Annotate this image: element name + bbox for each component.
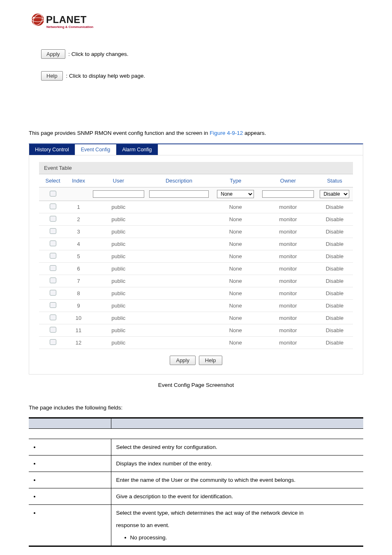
cell-description: [147, 337, 212, 349]
fields-header-object: [29, 418, 111, 429]
filter-row: None Disable: [39, 187, 353, 201]
table-row: 5publicNonemonitorDisable: [39, 250, 353, 263]
tab-history-control[interactable]: History Control: [29, 144, 75, 155]
cell-owner: monitor: [260, 226, 316, 238]
cell-type: None: [211, 226, 260, 238]
row-checkbox[interactable]: [50, 290, 56, 296]
cell-type: None: [211, 263, 260, 275]
filter-description-input[interactable]: [149, 190, 209, 198]
cell-status: Disable: [316, 324, 353, 337]
fields-header-desc: [111, 418, 363, 429]
cell-user: public: [90, 263, 146, 275]
cell-owner: monitor: [260, 213, 316, 226]
cell-status: Disable: [316, 201, 353, 213]
field-object-cell: [29, 472, 111, 488]
cell-user: public: [90, 238, 146, 250]
th-type: Type: [211, 174, 260, 187]
cell-owner: monitor: [260, 324, 316, 337]
cell-status: Disable: [316, 226, 353, 238]
cell-type: None: [211, 201, 260, 213]
figure-link[interactable]: Figure 4-9-12: [210, 130, 243, 136]
cell-index: 5: [67, 250, 90, 263]
cell-user: public: [90, 250, 146, 263]
help-desc: : Click to display help web page.: [66, 73, 145, 79]
row-checkbox[interactable]: [50, 278, 56, 283]
row-checkbox[interactable]: [50, 240, 56, 246]
fields-table: Select the desired entry for configurati…: [29, 417, 363, 547]
cell-index: 6: [67, 263, 90, 275]
row-checkbox[interactable]: [50, 204, 56, 209]
table-row: 10publicNonemonitorDisable: [39, 312, 353, 324]
apply-button[interactable]: Apply: [170, 356, 196, 365]
cell-index: 4: [67, 238, 90, 250]
cell-description: [147, 250, 212, 263]
cell-type: None: [211, 213, 260, 226]
cell-user: public: [90, 226, 146, 238]
row-checkbox[interactable]: [50, 265, 56, 271]
table-row: 6publicNonemonitorDisable: [39, 263, 353, 275]
cell-description: [147, 213, 212, 226]
cell-index: 8: [67, 287, 90, 300]
field-desc-cell: Give a description to the event for iden…: [111, 488, 363, 505]
th-select: Select: [39, 174, 67, 187]
filter-type-select[interactable]: None: [217, 190, 254, 198]
select-all-checkbox[interactable]: [50, 191, 56, 197]
cell-status: Disable: [316, 337, 353, 349]
cell-status: Disable: [316, 287, 353, 300]
row-checkbox[interactable]: [50, 327, 56, 333]
cell-user: public: [90, 337, 146, 349]
th-description: Description: [147, 174, 212, 187]
table-row: 4publicNonemonitorDisable: [39, 238, 353, 250]
cell-description: [147, 275, 212, 287]
cell-description: [147, 324, 212, 337]
row-checkbox[interactable]: [50, 314, 56, 320]
cell-description: [147, 312, 212, 324]
filter-status-select[interactable]: Disable: [320, 190, 349, 198]
row-checkbox[interactable]: [50, 228, 56, 234]
filter-user-input[interactable]: [93, 190, 144, 198]
cell-user: public: [90, 300, 146, 312]
logo-brand: PLANET: [46, 14, 87, 25]
filter-owner-input[interactable]: [262, 190, 314, 198]
cell-owner: monitor: [260, 201, 316, 213]
field-object-cell: [29, 505, 111, 546]
cell-user: public: [90, 213, 146, 226]
svg-point-3: [33, 17, 35, 18]
tab-event-config[interactable]: Event Config: [75, 144, 117, 155]
cell-user: public: [90, 324, 146, 337]
cell-status: Disable: [316, 238, 353, 250]
cell-type: None: [211, 250, 260, 263]
row-checkbox[interactable]: [50, 253, 56, 259]
cell-user: public: [90, 201, 146, 213]
field-desc-cell: Select the desired entry for configurati…: [111, 439, 363, 456]
tab-alarm-config[interactable]: Alarm Config: [116, 144, 158, 155]
cell-index: 9: [67, 300, 90, 312]
table-row: 7publicNonemonitorDisable: [39, 275, 353, 287]
cell-index: 12: [67, 337, 90, 349]
card-title: Event Table: [39, 162, 353, 174]
tabs-row: History Control Event Config Alarm Confi…: [29, 144, 363, 155]
cell-owner: monitor: [260, 250, 316, 263]
cell-owner: monitor: [260, 300, 316, 312]
cell-owner: monitor: [260, 263, 316, 275]
cell-owner: monitor: [260, 275, 316, 287]
cell-user: public: [90, 275, 146, 287]
cell-type: None: [211, 287, 260, 300]
cell-status: Disable: [316, 213, 353, 226]
apply-button-img: Apply: [41, 49, 65, 59]
row-checkbox[interactable]: [50, 339, 56, 345]
row-checkbox[interactable]: [50, 216, 56, 222]
field-object-cell: [29, 488, 111, 505]
table-row: 1publicNonemonitorDisable: [39, 201, 353, 213]
cell-status: Disable: [316, 300, 353, 312]
table-row: 3publicNonemonitorDisable: [39, 226, 353, 238]
row-checkbox[interactable]: [50, 302, 56, 308]
logo: PLANET Networking & Communication: [29, 12, 363, 33]
cell-type: None: [211, 324, 260, 337]
figure-caption: Event Config Page Screenshot: [29, 382, 363, 388]
cell-user: public: [90, 312, 146, 324]
table-row: 9publicNonemonitorDisable: [39, 300, 353, 312]
table-row: 11publicNonemonitorDisable: [39, 324, 353, 337]
help-button[interactable]: Help: [199, 356, 222, 365]
cell-index: 7: [67, 275, 90, 287]
